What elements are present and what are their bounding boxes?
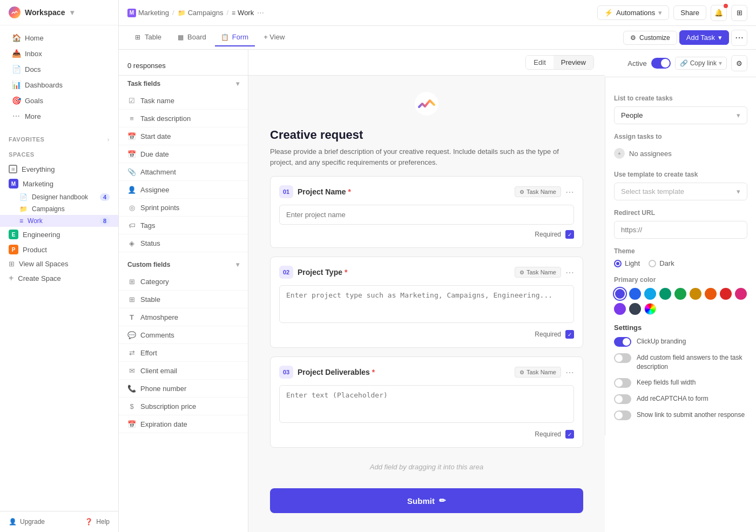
field-tags[interactable]: 🏷 Tags bbox=[119, 217, 248, 234]
more-options-button[interactable]: ⋯ bbox=[731, 30, 747, 46]
automations-button[interactable]: ⚡ Automations ▾ bbox=[597, 5, 669, 20]
chevron-down-icon-addtask: ▾ bbox=[718, 33, 722, 42]
list-select[interactable]: People ▾ bbox=[614, 106, 747, 124]
tab-add-view[interactable]: + View bbox=[257, 29, 291, 46]
theme-light-option[interactable]: Light bbox=[614, 259, 640, 267]
copy-link-button[interactable]: 🔗 Copy link ▾ bbox=[675, 57, 727, 70]
form-preview: Edit Preview bbox=[248, 50, 605, 532]
field-1-tag: ⚙ Task Name bbox=[515, 186, 561, 197]
task-fields-section: Task fields ▾ ☑ Task name ≡ Task descrip… bbox=[119, 76, 248, 252]
required-checkbox-2[interactable] bbox=[565, 330, 574, 339]
field-subscription-price[interactable]: $ Subscription price bbox=[119, 398, 248, 415]
color-swatch-8[interactable] bbox=[735, 288, 747, 300]
field-status[interactable]: ◈ Status bbox=[119, 234, 248, 252]
breadcrumb-marketing[interactable]: M Marketing bbox=[127, 9, 169, 17]
color-swatch-2[interactable] bbox=[644, 288, 656, 300]
submit-another-toggle[interactable] bbox=[614, 410, 631, 420]
layout-button[interactable]: ⊞ bbox=[731, 5, 747, 21]
project-deliverables-input[interactable] bbox=[279, 385, 574, 423]
sidebar-item-docs[interactable]: 📄 Docs bbox=[3, 62, 115, 77]
settings-icon-button[interactable]: ⚙ bbox=[731, 55, 747, 71]
add-task-button[interactable]: Add Task ▾ bbox=[679, 30, 729, 45]
help-button[interactable]: ❓ Help bbox=[85, 518, 110, 526]
field-comments[interactable]: 💬 Comments bbox=[119, 326, 248, 344]
favorites-section[interactable]: Favorites › bbox=[0, 133, 118, 144]
sidebar-item-campaigns[interactable]: 📁 Campaigns bbox=[0, 203, 118, 215]
color-swatch-10[interactable] bbox=[629, 303, 641, 315]
dashboards-icon: 📊 bbox=[12, 80, 21, 89]
field-stable[interactable]: ⊞ Stable bbox=[119, 291, 248, 308]
task-fields-header[interactable]: Task fields ▾ bbox=[119, 76, 248, 92]
project-name-input[interactable] bbox=[279, 205, 574, 225]
field-expiration-date[interactable]: 📅 Expiration date bbox=[119, 415, 248, 433]
edit-mode-button[interactable]: Edit bbox=[526, 56, 553, 69]
customize-button[interactable]: ⚙ Customize bbox=[623, 31, 677, 45]
tab-form[interactable]: 📋 Form bbox=[215, 29, 255, 46]
sidebar-item-view-all-spaces[interactable]: ⊞ View all Spaces bbox=[0, 257, 118, 271]
sidebar-item-dashboards[interactable]: 📊 Dashboards bbox=[3, 77, 115, 92]
preview-mode-button[interactable]: Preview bbox=[554, 56, 593, 69]
field-atmosphere[interactable]: T Atmoshpere bbox=[119, 308, 248, 326]
required-checkbox-1[interactable] bbox=[565, 230, 574, 239]
field-phone-number[interactable]: 📞 Phone number bbox=[119, 380, 248, 398]
field-task-name[interactable]: ☑ Task name bbox=[119, 92, 248, 110]
sidebar-item-home[interactable]: 🏠 Home bbox=[3, 30, 115, 45]
color-picker-button[interactable] bbox=[644, 303, 656, 315]
color-swatch-3[interactable] bbox=[659, 288, 671, 300]
sidebar-item-everything[interactable]: ⊞ Everything bbox=[0, 162, 118, 176]
clickup-branding-toggle[interactable] bbox=[614, 337, 631, 347]
color-swatch-7[interactable] bbox=[720, 288, 732, 300]
field-1-more-icon[interactable]: ⋯ bbox=[565, 187, 574, 197]
upgrade-button[interactable]: 👤 Upgrade bbox=[9, 518, 45, 526]
submit-button[interactable]: Submit ✏ bbox=[270, 488, 583, 513]
recaptcha-toggle[interactable] bbox=[614, 394, 631, 404]
sidebar-header[interactable]: Workspace ▾ bbox=[0, 0, 118, 25]
setting-row-4: Show link to submit another response bbox=[614, 410, 747, 420]
field-3-more-icon[interactable]: ⋯ bbox=[565, 367, 574, 378]
tab-table[interactable]: ⊞ Table bbox=[127, 29, 168, 46]
field-effort[interactable]: ⇄ Effort bbox=[119, 344, 248, 362]
sidebar-item-more[interactable]: ⋯ More bbox=[3, 109, 115, 124]
field-attachment[interactable]: 📎 Attachment bbox=[119, 163, 248, 181]
field-client-email[interactable]: ✉ Client email bbox=[119, 362, 248, 380]
share-button[interactable]: Share bbox=[673, 5, 706, 20]
field-due-date[interactable]: 📅 Due date bbox=[119, 145, 248, 163]
field-task-desc[interactable]: ≡ Task description bbox=[119, 110, 248, 127]
breadcrumb-campaigns[interactable]: 📁 Campaigns bbox=[178, 9, 224, 17]
sidebar-item-marketing[interactable]: M Marketing bbox=[0, 176, 118, 191]
right-column: Active 🔗 Copy link ▾ ⚙ List to create ta… bbox=[605, 50, 756, 532]
sidebar-item-create-space[interactable]: + Create Space bbox=[0, 271, 118, 286]
field-category[interactable]: ⊞ Category bbox=[119, 273, 248, 291]
color-swatch-5[interactable] bbox=[690, 288, 701, 300]
required-checkbox-3[interactable] bbox=[565, 430, 574, 439]
theme-dark-option[interactable]: Dark bbox=[649, 259, 674, 267]
custom-fields-header[interactable]: Custom fields ▾ bbox=[119, 257, 248, 273]
color-swatch-0[interactable] bbox=[614, 288, 626, 300]
custom-field-answers-toggle[interactable] bbox=[614, 353, 631, 363]
due-date-icon: 📅 bbox=[127, 150, 136, 158]
sidebar-item-engineering[interactable]: E Engineering bbox=[0, 227, 118, 242]
field-label: Atmoshpere bbox=[140, 313, 178, 321]
color-swatch-1[interactable] bbox=[629, 288, 641, 300]
active-toggle[interactable] bbox=[651, 58, 671, 69]
field-2-more-icon[interactable]: ⋯ bbox=[565, 267, 574, 278]
sidebar-item-designer-handbook[interactable]: 📄 Designer handbook 4 bbox=[0, 191, 118, 203]
field-start-date[interactable]: 📅 Start date bbox=[119, 127, 248, 145]
color-swatch-6[interactable] bbox=[705, 288, 717, 300]
tab-board[interactable]: ▦ Board bbox=[170, 29, 213, 46]
sidebar-item-product[interactable]: P Product bbox=[0, 242, 118, 257]
form-description: Please provide a brief description of yo… bbox=[270, 146, 583, 167]
project-type-input[interactable] bbox=[279, 285, 574, 323]
sidebar-item-inbox[interactable]: 📥 Inbox bbox=[3, 46, 115, 61]
color-swatch-4[interactable] bbox=[674, 288, 686, 300]
sidebar-item-goals[interactable]: 🎯 Goals bbox=[3, 93, 115, 108]
keep-fields-toggle[interactable] bbox=[614, 378, 631, 388]
color-swatch-9[interactable] bbox=[614, 303, 626, 315]
redirect-url-input[interactable] bbox=[614, 221, 747, 239]
template-select[interactable]: Select task template ▾ bbox=[614, 183, 747, 200]
field-sprint-points[interactable]: ◎ Sprint points bbox=[119, 199, 248, 217]
breadcrumb-work[interactable]: ≡ Work bbox=[232, 9, 254, 17]
breadcrumb-more-icon[interactable]: ⋯ bbox=[257, 9, 264, 17]
sidebar-item-work[interactable]: ≡ Work 8 bbox=[0, 215, 118, 227]
field-assignee[interactable]: 👤 Assignee bbox=[119, 181, 248, 199]
